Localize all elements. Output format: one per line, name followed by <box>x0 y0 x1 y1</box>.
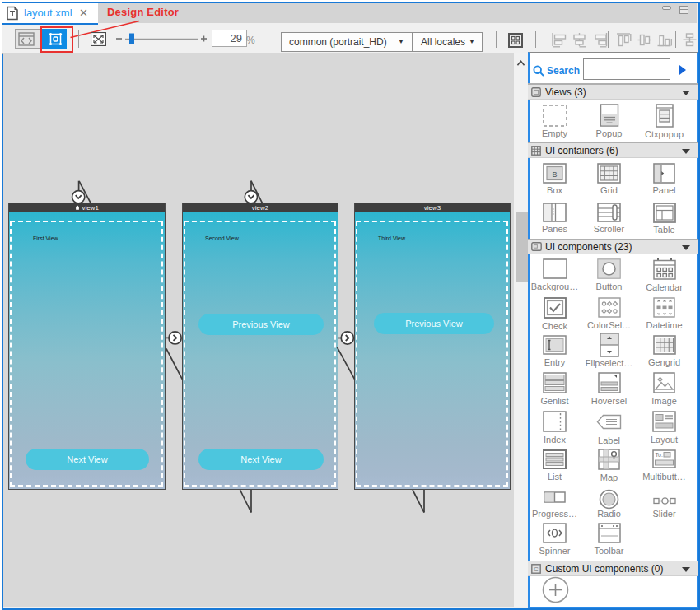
svg-text:C: C <box>534 566 539 573</box>
svg-text:B: B <box>552 170 557 179</box>
svg-text:To:: To: <box>656 452 663 458</box>
